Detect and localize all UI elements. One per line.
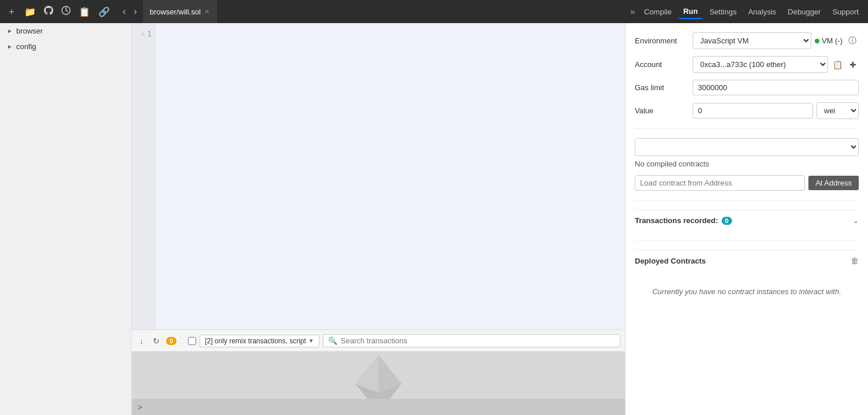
nav-analysis[interactable]: Analysis (744, 5, 781, 18)
divider-2 (635, 200, 859, 201)
forward-icon[interactable]: › (131, 4, 139, 19)
search-input[interactable] (341, 336, 615, 345)
prompt-symbol: > (138, 403, 142, 412)
nav-support[interactable]: Support (827, 5, 863, 18)
divider-3 (635, 240, 859, 240)
account-label: Account (635, 60, 687, 69)
environment-row: Environment JavaScript VM VM (-) ⓘ (635, 32, 859, 49)
github-icon[interactable] (42, 3, 56, 20)
console-area: > (132, 351, 625, 415)
transactions-label: Transactions recorded: (635, 216, 718, 225)
nav-settings[interactable]: Settings (705, 5, 741, 18)
console-prompt[interactable]: > (132, 399, 625, 415)
at-address-input[interactable] (635, 175, 805, 191)
top-toolbar: ＋ 📁 📋 🔗 ‹ › browser/will.sol ✕ » Compile… (0, 0, 868, 23)
editor-content[interactable] (156, 23, 625, 329)
environment-label: Environment (635, 36, 687, 45)
no-instances-text: Currently you have no contract instances… (635, 278, 859, 305)
sidebar-item-browser[interactable]: ► browser (0, 23, 131, 39)
copy-icon[interactable]: 📋 (76, 4, 93, 20)
value-input[interactable] (693, 103, 813, 118)
editor-container[interactable]: ⚠ 1 (132, 23, 625, 329)
transactions-section-header: Transactions recorded: 0 ⌄ (635, 210, 859, 231)
divider-1 (635, 128, 859, 129)
account-row-inner: 0xca3...a733c (100 ether) 📋 ✚ (693, 56, 859, 73)
line-numbers: ⚠ 1 (132, 23, 156, 329)
add-file-icon[interactable]: ＋ (5, 3, 19, 20)
right-panel-inner: Environment JavaScript VM VM (-) ⓘ Accou… (626, 23, 868, 314)
filter-chevron-icon: ▼ (308, 338, 314, 344)
expand-icon[interactable]: » (628, 5, 637, 18)
add-account-icon[interactable]: ✚ (847, 59, 859, 71)
environment-select[interactable]: JavaScript VM (693, 32, 811, 49)
value-row: Value wei gwei finney ether (635, 102, 859, 119)
search-box: 🔍 (323, 334, 620, 347)
filter-dropdown[interactable]: [2] only remix transactions, script ▼ (200, 335, 319, 347)
refresh-icon[interactable]: ↻ (150, 335, 163, 347)
gas-limit-input[interactable] (693, 80, 859, 95)
at-address-button[interactable]: At Address (808, 176, 859, 190)
nav-debugger[interactable]: Debugger (783, 5, 825, 18)
warning-icon: ⚠ (141, 29, 145, 38)
search-icon: 🔍 (328, 336, 337, 345)
tab-close-icon[interactable]: ✕ (204, 8, 209, 16)
vm-label: VM (-) (822, 36, 843, 45)
chevron-right-icon: ► (7, 28, 13, 34)
vm-status-dot (815, 39, 819, 43)
sidebar-item-config[interactable]: ► config (0, 39, 131, 54)
line-1: ⚠ 1 (132, 28, 156, 39)
nav-compile[interactable]: Compile (639, 5, 676, 18)
bottom-bar: ↓ ↻ 0 [2] only remix transactions, scrip… (132, 329, 625, 351)
tx-count-badge: 0 (166, 337, 176, 345)
chevron-right-icon-2: ► (7, 43, 13, 50)
link-icon[interactable]: 🔗 (96, 4, 112, 20)
value-label: Value (635, 106, 687, 115)
tab-label: browser/will.sol (150, 8, 201, 16)
contract-select-row: No compiled contracts (635, 138, 859, 168)
sidebar-item-config-label: config (16, 42, 36, 51)
vm-badge: VM (-) (815, 36, 843, 45)
delete-deployed-icon[interactable]: 🗑 (851, 256, 859, 265)
down-arrow-icon[interactable]: ↓ (137, 335, 146, 347)
sidebar-item-browser-label: browser (16, 27, 43, 35)
gas-limit-label: Gas limit (635, 83, 687, 92)
back-icon[interactable]: ‹ (120, 4, 128, 19)
value-unit-select[interactable]: wei gwei finney ether (816, 102, 859, 119)
account-select[interactable]: 0xca3...a733c (100 ether) (693, 56, 828, 73)
account-row: Account 0xca3...a733c (100 ether) 📋 ✚ (635, 56, 859, 73)
nav-run[interactable]: Run (679, 5, 703, 19)
github-outline-icon[interactable] (59, 3, 73, 20)
copy-account-icon[interactable]: 📋 (830, 59, 845, 71)
value-row-inner: wei gwei finney ether (693, 102, 859, 119)
sidebar: ► browser ► config (0, 23, 132, 415)
no-compiled-text: No compiled contracts (635, 160, 709, 168)
editor-area: ⚠ 1 ↓ ↻ 0 [2] only remix transactions, s… (132, 23, 625, 415)
folder-icon[interactable]: 📁 (22, 4, 38, 20)
filter-checkbox[interactable] (188, 337, 196, 345)
info-icon[interactable]: ⓘ (846, 35, 859, 47)
gas-limit-row: Gas limit (635, 80, 859, 95)
at-address-row: At Address (635, 175, 859, 191)
transactions-title: Transactions recorded: 0 (635, 216, 732, 225)
deployed-contracts-header: Deployed Contracts 🗑 (635, 250, 859, 271)
right-panel: Environment JavaScript VM VM (-) ⓘ Accou… (625, 23, 868, 415)
deployed-contracts-label: Deployed Contracts (635, 257, 706, 265)
filter-label: [2] only remix transactions, script (205, 337, 306, 345)
contract-select[interactable] (635, 138, 859, 156)
transactions-chevron-icon[interactable]: ⌄ (853, 217, 859, 225)
tab-bar: browser/will.sol ✕ (143, 0, 625, 23)
top-nav: » Compile Run Settings Analysis Debugger… (628, 5, 863, 19)
main-layout: ► browser ► config ⚠ 1 ↓ ↻ 0 [ (0, 23, 868, 415)
tab-browser-will-sol[interactable]: browser/will.sol ✕ (143, 0, 217, 23)
transactions-count-badge: 0 (722, 217, 732, 225)
